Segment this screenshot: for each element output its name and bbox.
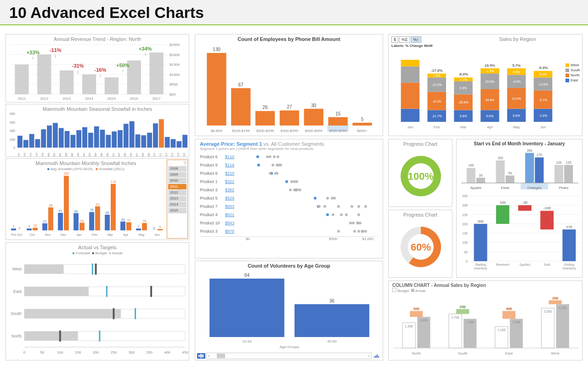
segment-value[interactable]: $621 xyxy=(225,212,241,217)
svg-rect-204 xyxy=(209,279,284,337)
svg-text:400: 400 xyxy=(10,129,15,132)
svg-text:-5.7%: -5.7% xyxy=(539,98,547,102)
svg-text:1988: 1988 xyxy=(71,153,74,157)
chart-expand-icon[interactable] xyxy=(373,353,381,359)
svg-text:-11%: -11% xyxy=(50,47,62,53)
segment-value[interactable]: $392 xyxy=(225,188,241,192)
svg-text:1984: 1984 xyxy=(59,153,62,157)
svg-text:Pre Oct: Pre Oct xyxy=(11,233,22,236)
segment-value[interactable]: $843 xyxy=(225,221,241,225)
svg-rect-167 xyxy=(24,332,78,341)
svg-text:-33.2%: -33.2% xyxy=(432,83,442,86)
svg-text:↑: ↑ xyxy=(144,52,147,57)
slicer-item-2008[interactable]: 2008 xyxy=(168,166,187,172)
svg-text:2014: 2014 xyxy=(85,97,93,101)
svg-text:-4.9%: -4.9% xyxy=(512,80,520,83)
slicer-item-2010[interactable]: 2010 xyxy=(168,178,187,183)
segment-value[interactable]: $210 xyxy=(225,171,241,176)
svg-rect-215 xyxy=(375,355,376,358)
svg-rect-16 xyxy=(60,70,74,94)
segment-value[interactable]: $322 xyxy=(225,179,241,184)
slicer-item-2012[interactable]: 2012 xyxy=(168,190,187,195)
segment-value[interactable]: $553 xyxy=(225,204,241,209)
segment-value[interactable]: $110 xyxy=(225,154,241,159)
segment-value[interactable]: $875 xyxy=(225,229,241,234)
svg-text:1994: 1994 xyxy=(88,153,91,157)
chart-seasonal: Mammoth Mountain Seasonal Snowfall in In… xyxy=(6,104,189,157)
segment-value[interactable]: $529 xyxy=(225,196,241,200)
svg-text:450: 450 xyxy=(182,350,188,355)
svg-rect-153 xyxy=(95,263,97,274)
svg-rect-50 xyxy=(59,128,64,148)
svg-rect-138 xyxy=(126,222,131,230)
svg-text:30: 30 xyxy=(311,103,317,108)
svg-text:1998: 1998 xyxy=(100,153,103,157)
chart-legend: West South North East xyxy=(565,62,580,83)
toggle-pct-change[interactable]: %↕ xyxy=(411,36,422,43)
svg-rect-169 xyxy=(99,331,100,342)
svg-text:27: 27 xyxy=(287,104,292,109)
toggle-dollar[interactable]: $ xyxy=(391,36,398,43)
svg-text:1,600: 1,600 xyxy=(420,319,428,322)
svg-text:34: 34 xyxy=(121,218,125,221)
scroll-left-icon[interactable]: ‹ xyxy=(207,354,211,358)
svg-text:100%: 100% xyxy=(408,171,434,182)
chart-scroll[interactable]: ‹› xyxy=(197,353,381,359)
svg-rect-48 xyxy=(47,126,52,148)
svg-rect-43 xyxy=(17,136,23,148)
chart-title: Start vs End of Month Inventory - Januar… xyxy=(457,141,582,146)
svg-text:50: 50 xyxy=(40,350,44,355)
svg-rect-53 xyxy=(76,130,81,148)
svg-text:2001: 2001 xyxy=(112,153,115,157)
year-slicer[interactable]: …▽ 20082009201020112012201320142015 xyxy=(167,160,188,239)
svg-rect-133 xyxy=(111,184,116,230)
svg-rect-191 xyxy=(280,110,299,126)
segment-value[interactable]: $119 xyxy=(225,163,241,167)
chart-title: COLUMN CHART - Annual Sales by Region xyxy=(389,281,582,288)
slicer-more-icon[interactable]: … xyxy=(168,161,172,165)
chart-bullet: Actual vs Targets ■ Forecast ■ Budget ■ … xyxy=(6,242,189,360)
svg-text:5.6%: 5.6% xyxy=(460,114,467,118)
svg-text:0: 0 xyxy=(18,227,20,230)
segment-row: Product 8$210 xyxy=(200,169,378,177)
svg-text:Inventory: Inventory xyxy=(563,267,576,270)
svg-text:2011: 2011 xyxy=(18,97,26,101)
chart-title: Mammoth Mountain Seasonal Snowfall in In… xyxy=(6,106,189,112)
svg-rect-18 xyxy=(82,74,96,94)
svg-text:May: May xyxy=(138,233,145,237)
svg-text:$50K: $50K xyxy=(170,82,178,86)
svg-text:Apples: Apples xyxy=(470,186,481,190)
svg-text:1,100: 1,100 xyxy=(498,328,506,332)
svg-text:Pears: Pears xyxy=(559,186,569,190)
scroll-right-icon[interactable]: › xyxy=(367,354,371,358)
chart-segment: Average Price: Segment 1 vs. All Custome… xyxy=(195,139,383,258)
svg-text:-1.5%: -1.5% xyxy=(486,69,494,73)
slicer-filter-icon[interactable]: ▽ xyxy=(184,161,187,165)
svg-rect-207 xyxy=(294,304,369,337)
svg-rect-162 xyxy=(24,309,121,318)
svg-text:Kiwis: Kiwis xyxy=(501,186,509,190)
chart-title: Average Price: Segment 1 vs. All Custome… xyxy=(195,139,383,147)
svg-text:200: 200 xyxy=(527,149,532,152)
slicer-item-2011[interactable]: 2011 xyxy=(168,184,187,189)
svg-rect-148 xyxy=(158,229,163,230)
slicer-item-2015[interactable]: 2015 xyxy=(168,208,187,213)
chart-note: Segment 1 prices are LOWER than other se… xyxy=(200,147,383,151)
chart-legend: ■ Avg Snowfall (1970-2015) ■ Snowfall (2… xyxy=(6,167,166,171)
scroll-thumb[interactable] xyxy=(217,354,225,358)
slicer-item-2009[interactable]: 2009 xyxy=(168,172,187,177)
svg-text:19.5%: 19.5% xyxy=(485,63,495,68)
svg-text:-1.5%: -1.5% xyxy=(459,78,467,81)
svg-rect-325 xyxy=(518,205,531,211)
svg-text:400: 400 xyxy=(164,350,170,355)
svg-text:9.0%: 9.0% xyxy=(460,86,467,90)
slicer-item-2014[interactable]: 2014 xyxy=(168,202,187,207)
toggle-group[interactable]: $ %Σ %↕ xyxy=(391,36,421,43)
svg-text:1982: 1982 xyxy=(53,153,56,157)
svg-text:↓: ↓ xyxy=(54,53,57,58)
chart-contract-icon[interactable] xyxy=(197,353,205,359)
svg-rect-70 xyxy=(176,141,181,148)
svg-rect-281 xyxy=(476,178,485,183)
toggle-pct-sum[interactable]: %Σ xyxy=(399,36,410,43)
slicer-item-2013[interactable]: 2013 xyxy=(168,196,187,201)
